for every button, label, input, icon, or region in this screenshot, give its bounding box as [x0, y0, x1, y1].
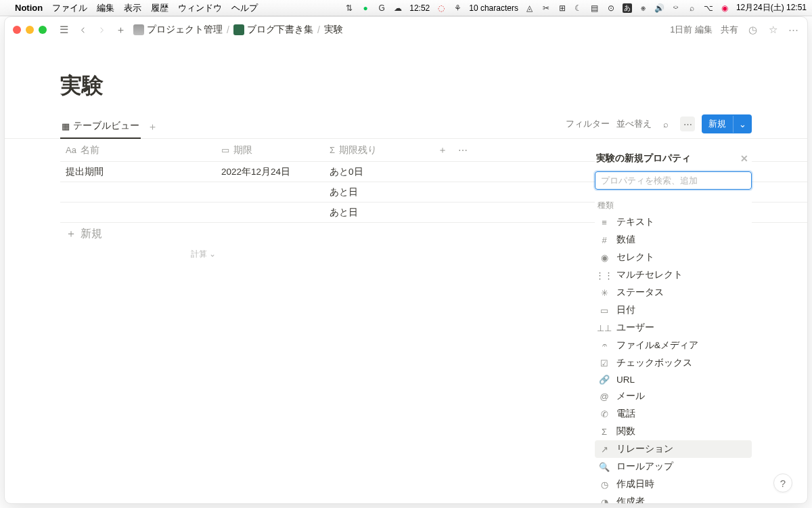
- prop-type-label: ユーザー: [616, 322, 654, 334]
- more-icon[interactable]: ⋯: [787, 24, 799, 36]
- prop-type-icon: ✳: [599, 288, 610, 298]
- cell-remain[interactable]: あと日: [324, 207, 432, 219]
- cell-remain[interactable]: あと日: [324, 186, 432, 198]
- search-db-icon[interactable]: ⌕: [658, 117, 673, 131]
- timer-icon[interactable]: ◌: [436, 3, 446, 13]
- view-tab-table[interactable]: ▦ テーブルビュー: [60, 116, 141, 139]
- grid-icon[interactable]: ⊞: [558, 3, 567, 13]
- minimize-window[interactable]: [26, 26, 34, 34]
- prop-type-icon: ↗: [599, 444, 610, 454]
- menu-file[interactable]: ファイル: [52, 2, 87, 14]
- table-icon: ▦: [62, 121, 70, 131]
- menu-window[interactable]: ウィンドウ: [178, 2, 222, 14]
- col-remain[interactable]: Σ期限残り: [324, 144, 432, 156]
- menubar-date[interactable]: 12月24日(土) 12:51: [736, 2, 807, 14]
- menu-history[interactable]: 履歴: [151, 2, 168, 14]
- moon-icon[interactable]: ☾: [574, 3, 583, 13]
- updates-icon[interactable]: ◷: [746, 24, 759, 36]
- add-view-button[interactable]: ＋: [148, 121, 158, 133]
- property-type-関数[interactable]: Σ関数: [595, 423, 752, 440]
- fullscreen-window[interactable]: [39, 26, 47, 34]
- favorite-icon[interactable]: ☆: [767, 24, 779, 36]
- filter-button[interactable]: フィルター: [566, 118, 610, 130]
- calculate-button[interactable]: 計算 ⌄: [60, 245, 216, 260]
- menubar-time[interactable]: 12:52: [409, 3, 430, 13]
- col-name-label: 名前: [81, 144, 99, 156]
- menu-help[interactable]: ヘルプ: [231, 2, 258, 14]
- property-search-input[interactable]: [601, 175, 746, 186]
- ime-icon[interactable]: あ: [623, 3, 632, 13]
- crumb-project[interactable]: プロジェクト管理: [133, 24, 223, 36]
- grammarly-icon[interactable]: G: [377, 3, 386, 13]
- macos-menubar: Notion ファイル 編集 表示 履歴 ウィンドウ ヘルプ ⇅ ● G ☁ 1…: [0, 0, 812, 16]
- property-type-セレクト[interactable]: ◉セレクト: [595, 249, 752, 266]
- control-center-icon[interactable]: ⌥: [704, 3, 713, 13]
- property-type-リレーション[interactable]: ↗リレーション: [595, 440, 752, 458]
- menubar-left: Notion ファイル 編集 表示 履歴 ウィンドウ ヘルプ: [5, 2, 258, 14]
- app-name[interactable]: Notion: [15, 3, 43, 13]
- share-button[interactable]: 共有: [721, 24, 738, 36]
- clipboard-icon[interactable]: ▤: [590, 3, 600, 13]
- nav-forward-icon[interactable]: [95, 24, 108, 36]
- property-type-ロールアップ[interactable]: 🔍ロールアップ: [595, 458, 752, 475]
- menu-view[interactable]: 表示: [124, 2, 141, 14]
- volume-icon[interactable]: 🔊: [655, 3, 664, 13]
- menu-edit[interactable]: 編集: [97, 2, 114, 14]
- dropbox-icon[interactable]: ⇅: [344, 3, 354, 13]
- cell-remain[interactable]: あと0日: [324, 166, 432, 178]
- close-window[interactable]: [13, 26, 21, 34]
- prop-type-icon: ≡: [599, 217, 610, 228]
- prop-type-label: チェックボックス: [616, 357, 692, 369]
- property-type-作成日時[interactable]: ◷作成日時: [595, 475, 752, 493]
- sort-button[interactable]: 並べ替え: [616, 118, 652, 130]
- property-type-数値[interactable]: #数値: [595, 231, 752, 249]
- column-options-button[interactable]: ⋯: [453, 145, 473, 156]
- plus-icon: ＋: [66, 227, 76, 241]
- property-type-作成者[interactable]: ◔作成者: [595, 493, 752, 504]
- col-date[interactable]: ▭期限: [216, 144, 324, 156]
- bluetooth-icon[interactable]: ⎈: [639, 3, 648, 13]
- siri-icon[interactable]: ◉: [720, 3, 729, 13]
- property-type-メール[interactable]: @メール: [595, 387, 752, 405]
- page-title[interactable]: 実験: [5, 59, 807, 106]
- chevron-down-icon[interactable]: ⌄: [733, 116, 752, 133]
- add-row-label: 新規: [81, 227, 102, 241]
- line-icon[interactable]: ●: [361, 3, 370, 13]
- close-icon[interactable]: ✕: [738, 152, 750, 165]
- new-tab-icon[interactable]: ＋: [114, 24, 127, 36]
- new-record-button[interactable]: 新規 ⌄: [702, 114, 752, 133]
- titlebar-right: 1日前 編集 共有 ◷ ☆ ⋯: [670, 24, 799, 36]
- property-type-ユーザー[interactable]: ⊥⊥ユーザー: [595, 319, 752, 337]
- play-icon[interactable]: ⊙: [606, 3, 616, 13]
- wifi-icon[interactable]: ⌔: [671, 3, 681, 13]
- property-type-チェックボックス[interactable]: ☑チェックボックス: [595, 354, 752, 372]
- cell-date[interactable]: 2022年12月24日: [216, 166, 324, 178]
- property-type-テキスト[interactable]: ≡テキスト: [595, 213, 752, 231]
- crumb-current[interactable]: 実験: [324, 24, 343, 36]
- chevron-down-icon: ⌄: [209, 249, 216, 259]
- cloud-icon[interactable]: ☁: [393, 3, 403, 13]
- cell-name[interactable]: 提出期間: [60, 166, 216, 178]
- property-type-マルチセレクト[interactable]: ⋮⋮マルチセレクト: [595, 266, 752, 284]
- property-type-URL[interactable]: 🔗URL: [595, 372, 752, 387]
- col-name[interactable]: Aa名前: [60, 144, 216, 156]
- char-count[interactable]: 10 characters: [469, 3, 518, 13]
- prop-type-icon: Σ: [599, 427, 610, 437]
- property-type-日付[interactable]: ▭日付: [595, 301, 752, 319]
- help-button[interactable]: ?: [773, 473, 792, 492]
- view-options-icon[interactable]: ⋯: [680, 117, 695, 131]
- leaf-icon[interactable]: ⚘: [453, 3, 462, 13]
- triangle-icon[interactable]: ◬: [525, 3, 535, 13]
- property-type-ファイル&メディア[interactable]: 𝄐ファイル&メディア: [595, 337, 752, 354]
- sidebar-toggle-icon[interactable]: ☰: [58, 24, 70, 36]
- search-icon[interactable]: ⌕: [687, 3, 697, 13]
- crumb-blog[interactable]: ブログ下書き集: [233, 24, 313, 36]
- property-type-電話[interactable]: ✆電話: [595, 405, 752, 423]
- property-search[interactable]: [595, 171, 752, 190]
- prop-type-icon: ⊥⊥: [599, 323, 610, 333]
- tool-icon[interactable]: ✂: [541, 3, 551, 13]
- property-type-ステータス[interactable]: ✳ステータス: [595, 284, 752, 301]
- nav-back-icon[interactable]: [76, 24, 89, 36]
- col-remain-label: 期限残り: [339, 144, 377, 156]
- add-column-button[interactable]: ＋: [432, 144, 453, 156]
